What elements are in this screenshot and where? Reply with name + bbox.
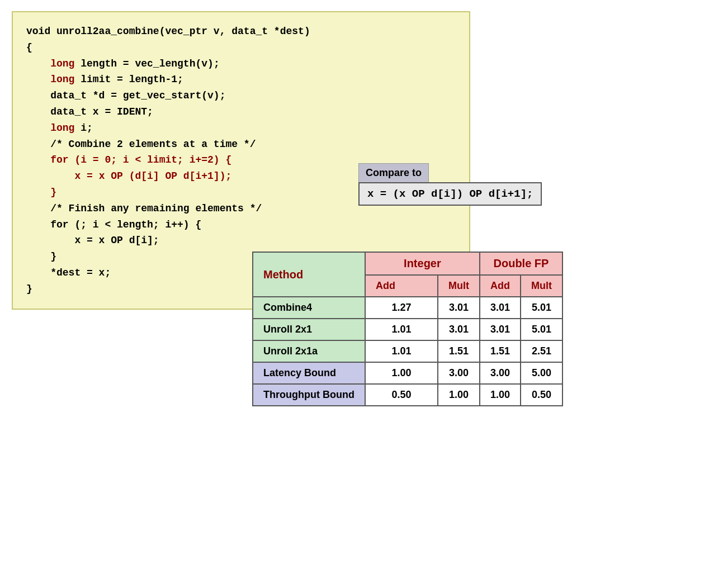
cell-fp_add: 3.01 [480,319,521,340]
perf-table-wrapper: Method Integer Double FP Add Mult Add Mu… [252,252,563,406]
cell-fp_mult: 5.00 [521,362,562,384]
code-line-12: x = x OP d[i]; [26,233,456,249]
table-header-row-1: Method Integer Double FP [253,252,562,275]
col-header-integer: Integer [365,252,480,275]
col-header-fp-add: Add [480,275,521,297]
table-row: Latency Bound1.003.003.005.00 [253,362,562,384]
cell-fp_add: 1.00 [480,384,521,406]
compare-code: x = (x OP d[i]) OP d[i+1]; [358,182,542,206]
table-body: Combine41.273.013.015.01Unroll 2x11.013.… [253,297,562,406]
cell-method: Unroll 2x1a [253,340,365,362]
col-header-method: Method [253,252,365,297]
col-header-fp-mult: Mult [521,275,562,297]
code-line-1: long length = vec_length(v); [26,56,456,72]
perf-table: Method Integer Double FP Add Mult Add Mu… [252,252,563,406]
col-header-int-mult: Mult [438,275,480,297]
cell-method: Latency Bound [253,362,365,384]
cell-int_add: 1.01 [365,340,438,362]
cell-int_mult: 3.00 [438,362,480,384]
main-container: void unroll2aa_combine(vec_ptr v, data_t… [12,11,716,310]
cell-int_mult: 1.51 [438,340,480,362]
code-line-3: data_t *d = get_vec_start(v); [26,88,456,104]
cell-int_add: 1.27 [365,297,438,319]
table-row: Unroll 2x11.013.013.015.01 [253,319,562,340]
cell-fp_add: 3.00 [480,362,521,384]
cell-int_mult: 3.01 [438,297,480,319]
col-header-doublefp: Double FP [480,252,562,275]
code-line-0: { [26,40,456,56]
cell-fp_mult: 0.50 [521,384,562,406]
table-row: Throughput Bound0.501.001.000.50 [253,384,562,406]
table-row: Unroll 2x1a1.011.511.512.51 [253,340,562,362]
cell-method: Throughput Bound [253,384,365,406]
cell-int_add: 0.50 [365,384,438,406]
code-line-4: data_t x = IDENT; [26,104,456,120]
cell-fp_mult: 5.01 [521,297,562,319]
code-line-5: long i; [26,120,456,136]
code-line-11: for (; i < length; i++) { [26,217,456,233]
cell-fp_add: 3.01 [480,297,521,319]
cell-int_add: 1.00 [365,362,438,384]
compare-tooltip: Compare to [358,163,429,183]
cell-method: Combine4 [253,297,365,319]
code-line-2: long limit = length-1; [26,72,456,88]
code-signature: void unroll2aa_combine(vec_ptr v, data_t… [26,23,456,40]
cell-fp_mult: 5.01 [521,319,562,340]
cell-int_mult: 1.00 [438,384,480,406]
col-header-int-add: Add [365,275,438,297]
cell-fp_add: 1.51 [480,340,521,362]
cell-method: Unroll 2x1 [253,319,365,340]
code-line-6: /* Combine 2 elements at a time */ [26,136,456,153]
table-row: Combine41.273.013.015.01 [253,297,562,319]
cell-int_add: 1.01 [365,319,438,340]
cell-fp_mult: 2.51 [521,340,562,362]
cell-int_mult: 3.01 [438,319,480,340]
